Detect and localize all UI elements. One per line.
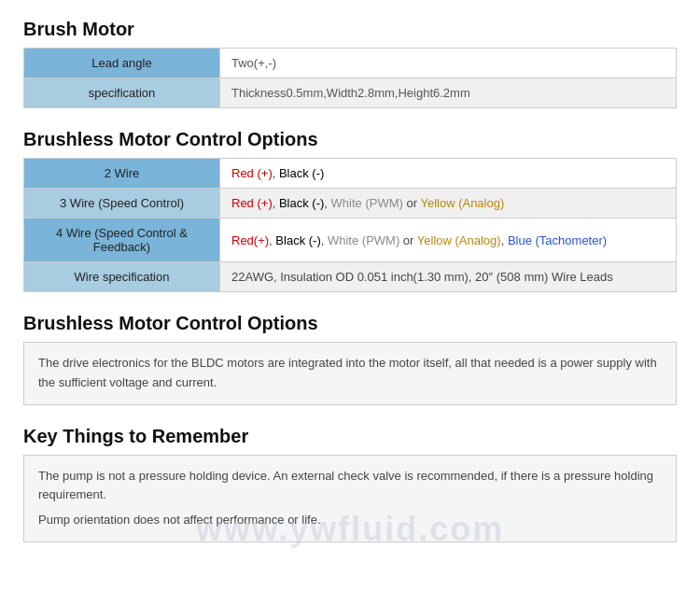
label-lead-angle: Lead angle — [24, 49, 220, 78]
brushless-desc-text: The drive electronics for the BLDC motor… — [38, 356, 657, 389]
value-wire-spec: 22AWG, Insulation OD 0.051 inch(1.30 mm)… — [220, 262, 677, 292]
black-text: Black (-) — [279, 166, 324, 180]
key-things-line-1: The pump is not a pressure holding devic… — [38, 467, 662, 506]
black-text: Black (-) — [275, 233, 320, 247]
label-2wire: 2 Wire — [24, 159, 220, 189]
label-4wire: 4 Wire (Speed Control & Feedback) — [24, 218, 220, 262]
brush-motor-title: Brush Motor — [23, 19, 677, 40]
value-2wire: Red (+), Black (-) — [220, 159, 677, 189]
value-lead-angle: Two(+,-) — [220, 49, 677, 78]
blue-text: Blue (Tachometer) — [508, 233, 607, 247]
brushless-control-title: Brushless Motor Control Options — [23, 129, 677, 150]
table-row: 2 Wire Red (+), Black (-) — [24, 159, 677, 189]
value-specification: Thickness0.5mm,Width2.8mm,Height6.2mm — [220, 78, 677, 108]
brush-motor-section: Brush Motor Lead angle Two(+,-) specific… — [23, 19, 677, 108]
yellow-text: Yellow (Analog) — [417, 233, 501, 247]
label-wire-spec: Wire specification — [24, 262, 220, 292]
table-row: 4 Wire (Speed Control & Feedback) Red(+)… — [24, 218, 677, 262]
brush-motor-table: Lead angle Two(+,-) specification Thickn… — [23, 48, 677, 108]
red-text: Red(+) — [231, 233, 269, 247]
value-3wire: Red (+), Black (-), White (PWM) or Yello… — [220, 189, 677, 218]
table-row: 3 Wire (Speed Control) Red (+), Black (-… — [24, 189, 677, 218]
white-text: White (PWM) — [328, 233, 399, 247]
white-text: White (PWM) — [331, 196, 403, 210]
sep-text: , — [273, 166, 279, 180]
value-4wire: Red(+), Black (-), White (PWM) or Yellow… — [220, 218, 677, 262]
brushless-desc-section: Brushless Motor Control Options The driv… — [23, 313, 677, 405]
key-things-title: Key Things to Remember — [23, 426, 677, 447]
brushless-desc-box: The drive electronics for the BLDC motor… — [23, 342, 677, 405]
key-things-section: Key Things to Remember The pump is not a… — [23, 426, 677, 542]
table-row: Wire specification 22AWG, Insulation OD … — [24, 262, 677, 292]
key-things-line-2: Pump orientation does not affect perform… — [38, 511, 662, 530]
key-things-box: The pump is not a pressure holding devic… — [23, 455, 677, 542]
label-3wire: 3 Wire (Speed Control) — [24, 189, 220, 218]
red-text: Red (+) — [231, 196, 273, 210]
label-specification: specification — [24, 78, 220, 108]
brushless-control-section: Brushless Motor Control Options 2 Wire R… — [23, 129, 677, 292]
table-row: Lead angle Two(+,-) — [24, 49, 677, 78]
red-text: Red (+) — [231, 166, 273, 180]
black-text: Black (-) — [279, 196, 324, 210]
brushless-control-table: 2 Wire Red (+), Black (-) 3 Wire (Speed … — [23, 158, 677, 292]
brushless-desc-title: Brushless Motor Control Options — [23, 313, 677, 334]
table-row: specification Thickness0.5mm,Width2.8mm,… — [24, 78, 677, 108]
yellow-text: Yellow (Analog) — [420, 196, 504, 210]
